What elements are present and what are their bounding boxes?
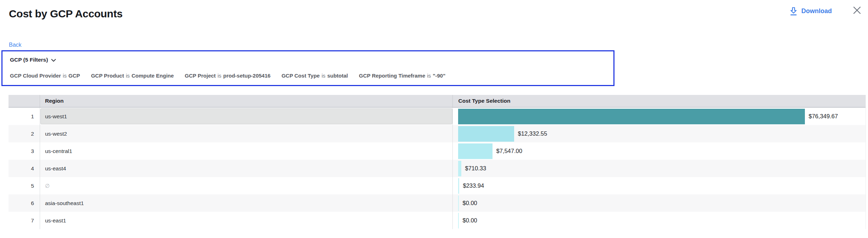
download-button[interactable]: Download: [790, 7, 832, 16]
region-label: ∅: [45, 183, 50, 189]
table-row: 7 us-east1 $0.00: [9, 212, 866, 229]
filter-operator: is: [126, 73, 130, 79]
row-number: 3: [9, 142, 40, 160]
column-header-cost-type-selection[interactable]: Cost Type Selection: [452, 95, 866, 107]
filter-value: "-90": [433, 73, 445, 79]
back-link[interactable]: Back: [9, 42, 22, 48]
filter-list: GCP Cloud Provider is GCP GCP Product is…: [10, 73, 606, 79]
filters-panel: GCP (5 Filters) GCP Cloud Provider is GC…: [1, 50, 614, 86]
filter-field: GCP Reporting Timeframe: [359, 73, 425, 79]
filter-pill: GCP Reporting Timeframe is "-90": [359, 73, 445, 79]
filter-pill: GCP Product is Compute Engine: [91, 73, 174, 79]
cost-bar: [458, 213, 459, 228]
cost-bar: [458, 109, 805, 124]
cost-bar: [458, 178, 459, 194]
table-row: 4 us-east4 $710.33: [9, 160, 866, 177]
filter-pill: GCP Project is prod-setup-205416: [185, 73, 271, 79]
filter-value: subtotal: [327, 73, 348, 79]
cost-table: Region Cost Type Selection 1 us-west1 $7…: [9, 95, 866, 229]
filter-value: GCP: [68, 73, 80, 79]
region-label: us-central1: [45, 148, 72, 154]
filter-field: GCP Project: [185, 73, 216, 79]
filter-field: GCP Product: [91, 73, 124, 79]
cost-bar: [458, 143, 493, 159]
selected-cell-highlight: [40, 108, 453, 124]
region-cell[interactable]: us-central1: [40, 142, 453, 160]
column-header-row-number: [9, 95, 40, 107]
cost-cell[interactable]: $0.00: [452, 194, 866, 212]
row-number: 6: [9, 194, 40, 212]
column-header-region[interactable]: Region: [40, 95, 453, 107]
table-row: 6 asia-southeast1 $0.00: [9, 194, 866, 212]
download-label: Download: [801, 7, 832, 15]
region-cell[interactable]: us-east1: [40, 212, 453, 229]
region-label: us-west2: [45, 131, 67, 137]
table-body: 1 us-west1 $76,349.67 2 us-west2 $12,332…: [9, 108, 866, 229]
region-cell[interactable]: us-west2: [40, 125, 453, 142]
region-label: asia-southeast1: [45, 200, 84, 206]
filter-value: Compute Engine: [132, 73, 174, 79]
filters-summary-label: GCP (5 Filters): [10, 56, 48, 64]
row-number: 4: [9, 160, 40, 177]
row-number: 2: [9, 125, 40, 142]
filter-operator: is: [217, 73, 222, 79]
close-button[interactable]: [852, 6, 862, 16]
region-label: us-west1: [45, 113, 67, 120]
filter-field: GCP Cloud Provider: [10, 73, 61, 79]
region-cell[interactable]: us-west1: [40, 108, 453, 125]
cost-value-label: $710.33: [465, 165, 486, 172]
row-number: 7: [9, 212, 40, 229]
table-row: 3 us-central1 $7,547.00: [9, 142, 866, 160]
region-cell[interactable]: ∅: [40, 177, 453, 194]
cost-cell[interactable]: $76,349.67: [452, 108, 866, 125]
page-title: Cost by GCP Accounts: [9, 8, 123, 20]
cost-cell[interactable]: $233.94: [452, 177, 866, 194]
row-number: 5: [9, 177, 40, 194]
cost-cell[interactable]: $710.33: [452, 160, 866, 177]
close-icon: [852, 6, 862, 16]
cost-value-label: $12,332.55: [518, 130, 547, 137]
cost-value-label: $0.00: [462, 217, 477, 224]
chevron-down-icon: [51, 58, 56, 62]
download-icon: [790, 7, 797, 16]
region-label: us-east4: [45, 165, 66, 172]
cost-value-label: $0.00: [462, 200, 477, 206]
filter-field: GCP Cost Type: [282, 73, 320, 79]
cost-bar: [458, 161, 461, 176]
filter-operator: is: [62, 73, 67, 79]
table-row: 5 ∅ $233.94: [9, 177, 866, 194]
region-cell[interactable]: us-east4: [40, 160, 453, 177]
cost-value-label: $7,547.00: [496, 148, 522, 154]
region-label: us-east1: [45, 217, 66, 224]
filter-pill: GCP Cost Type is subtotal: [282, 73, 348, 79]
cost-bar: [458, 126, 514, 142]
cost-bar: [458, 196, 459, 211]
region-cell[interactable]: asia-southeast1: [40, 194, 453, 212]
filter-operator: is: [321, 73, 326, 79]
header-actions: Download: [790, 6, 862, 16]
table-header-row: Region Cost Type Selection: [9, 95, 866, 108]
filter-pill: GCP Cloud Provider is GCP: [10, 73, 80, 79]
table-row: 1 us-west1 $76,349.67: [9, 108, 866, 125]
filter-operator: is: [427, 73, 431, 79]
cost-cell[interactable]: $0.00: [452, 212, 866, 229]
filters-summary-toggle[interactable]: GCP (5 Filters): [10, 56, 56, 64]
table-row: 2 us-west2 $12,332.55: [9, 125, 866, 142]
cost-value-label: $233.94: [463, 182, 484, 189]
cost-value-label: $76,349.67: [808, 113, 838, 120]
cost-cell[interactable]: $7,547.00: [452, 142, 866, 160]
filter-value: prod-setup-205416: [223, 73, 271, 79]
cost-by-gcp-accounts-panel: Cost by GCP Accounts Download Back: [0, 0, 868, 238]
row-number: 1: [9, 108, 40, 125]
cost-cell[interactable]: $12,332.55: [452, 125, 866, 142]
